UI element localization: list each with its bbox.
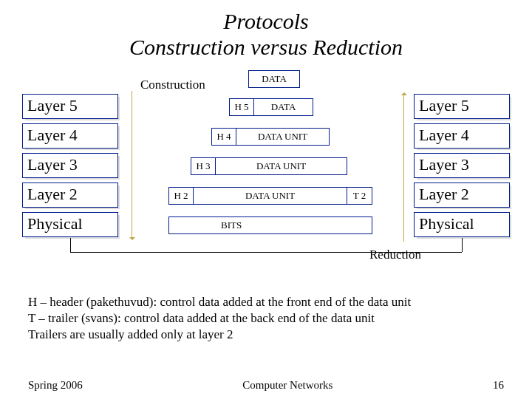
pdu-l3-body: DATA UNIT xyxy=(216,157,347,175)
notes-line-2: T – trailer (svans): control data added … xyxy=(28,310,504,327)
wire-left-segment xyxy=(70,238,71,252)
encapsulation-diagram: Construction Layer 5 Layer 4 Layer 3 Lay… xyxy=(0,67,532,274)
right-layer-5: Layer 5 xyxy=(414,94,510,119)
pdu-l5-body: DATA xyxy=(254,98,313,116)
notes-line-3: Trailers are usually added only at layer… xyxy=(28,327,504,343)
right-layer-2: Layer 2 xyxy=(414,183,510,208)
slide-footer: Spring 2006 Computer Networks 16 xyxy=(0,379,532,392)
pdu-data-body: DATA xyxy=(248,70,300,88)
pdu-h2: H 2 xyxy=(168,187,194,205)
pdu-l2-body: DATA UNIT xyxy=(194,187,347,205)
title-line2: Construction versus Reduction xyxy=(129,35,403,59)
pdu-bits: BITS xyxy=(168,216,372,234)
right-layer-4: Layer 4 xyxy=(414,123,510,149)
pdu-data: DATA xyxy=(248,70,300,88)
pdu-h4: H 4 xyxy=(211,128,236,146)
left-layer-2: Layer 2 xyxy=(22,183,118,208)
right-layer-physical: Physical xyxy=(414,212,510,237)
pdu-h5: H 5 xyxy=(229,98,254,116)
left-layer-physical: Physical xyxy=(22,212,118,237)
title-line1: Protocols xyxy=(223,9,309,33)
right-layer-3: Layer 3 xyxy=(414,153,510,178)
left-layer-4: Layer 4 xyxy=(22,123,118,149)
construction-label: Construction xyxy=(140,78,205,92)
pdu-l4-body: DATA UNIT xyxy=(236,128,330,146)
footer-right: 16 xyxy=(493,379,504,392)
notes-line-1: H – header (pakethuvud): control data ad… xyxy=(28,294,504,310)
slide-title: Protocols Construction versus Reduction xyxy=(0,0,532,60)
pdu-layer4: H 4 DATA UNIT xyxy=(211,128,330,146)
pdu-physical: BITS xyxy=(168,216,372,234)
footer-center: Computer Networks xyxy=(242,379,332,392)
pdu-t2: T 2 xyxy=(347,187,372,205)
footer-left: Spring 2006 xyxy=(28,379,83,392)
pdu-layer2: H 2 DATA UNIT T 2 xyxy=(168,187,372,205)
left-layer-3: Layer 3 xyxy=(22,153,118,178)
reduction-label: Reduction xyxy=(369,248,421,262)
left-layer-5: Layer 5 xyxy=(22,94,118,119)
construction-arrow-icon xyxy=(132,91,132,239)
reduction-arrow-icon xyxy=(403,94,404,242)
notes-block: H – header (pakethuvud): control data ad… xyxy=(28,294,504,342)
pdu-layer3: H 3 DATA UNIT xyxy=(191,157,347,175)
wire-right-segment xyxy=(462,238,463,252)
pdu-layer5: H 5 DATA xyxy=(229,98,313,116)
pdu-h3: H 3 xyxy=(191,157,216,175)
